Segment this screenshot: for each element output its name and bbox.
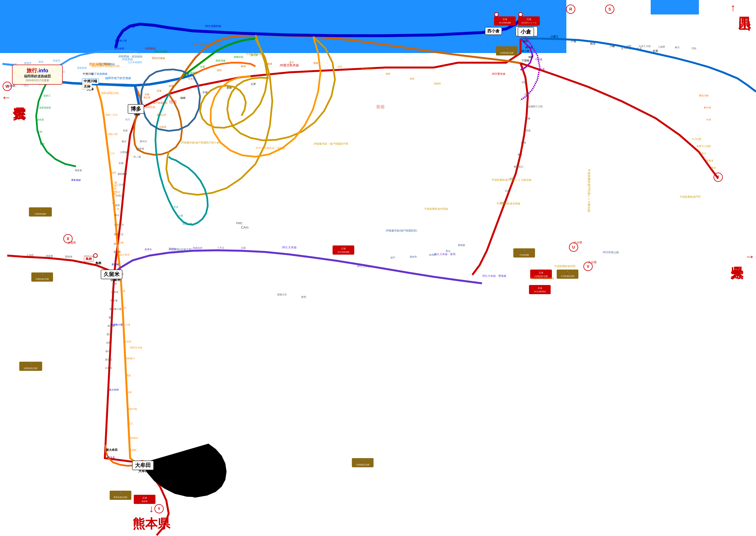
- svg-text:九郎原: 九郎原: [159, 126, 166, 128]
- svg-text:佐賀県: 佐賀県: [68, 241, 76, 244]
- svg-text:広域: 広域: [341, 248, 346, 250]
- svg-text:筑前前原: 筑前前原: [77, 67, 87, 69]
- svg-text:加布里: 加布里: [37, 118, 44, 121]
- svg-text:平成筑豊鉄道伊田線: 平成筑豊鉄道伊田線: [424, 207, 448, 210]
- svg-text:竹下: 竹下: [125, 118, 130, 121]
- jr-line-area-label: 西鉄福岡[天神]: [89, 62, 110, 67]
- svg-text:荒木: 荒木: [112, 282, 117, 285]
- svg-text:笹原: 笹原: [123, 129, 128, 132]
- railway-map: R S T U V W X Y Z JR鹿児島本線 西鉄天神大牟田線 福岡市地下…: [0, 0, 756, 536]
- svg-text:西鉄久留米: 西鉄久留米: [118, 253, 130, 256]
- svg-text:地下鉄箱崎線: 地下鉄箱崎線: [91, 72, 108, 75]
- svg-text:JR筑肥線・姪浜経由: JR筑肥線・姪浜経由: [118, 55, 142, 58]
- svg-text:博多南: 博多南: [75, 169, 82, 172]
- svg-text:折尾: 折尾: [653, 50, 658, 52]
- svg-text:新大牟田: 新大牟田: [109, 388, 119, 391]
- svg-text:福岡市地下鉄空港線: 福岡市地下鉄空港線: [105, 77, 131, 80]
- svg-text:塩塚: 塩塚: [127, 391, 132, 393]
- svg-text:新栄町: 新栄町: [129, 449, 137, 452]
- svg-text:JR筑肥線(吉塚方面): JR筑肥線(吉塚方面): [169, 248, 192, 251]
- svg-text:新大牟田: 新大牟田: [106, 448, 118, 452]
- svg-text:由布院: 由布院: [429, 253, 436, 256]
- svg-text:香春: 香春: [410, 78, 415, 80]
- svg-text:平成筑豊鉄道門司港レトロ観光線: 平成筑豊鉄道門司港レトロ観光線: [491, 179, 531, 181]
- svg-text:JR久大本線: JR久大本線: [357, 265, 370, 268]
- svg-text:西鉄銀水: 西鉄銀水: [129, 437, 138, 439]
- svg-text:小波瀬西工大前: 小波瀬西工大前: [526, 105, 543, 108]
- svg-text:🚂: 🚂: [506, 48, 509, 51]
- svg-text:🚂: 🚂: [566, 271, 569, 274]
- svg-text:広域: 広域: [142, 497, 147, 499]
- svg-text:九大学研都市: 九大学研都市: [128, 61, 142, 64]
- svg-text:行橋: 行橋: [525, 117, 530, 120]
- svg-text:築城: 築城: [521, 141, 526, 144]
- svg-text:🚂: 🚂: [523, 250, 526, 253]
- svg-text:吉野: 吉野: [106, 341, 111, 344]
- svg-text:東唐津: 東唐津: [24, 62, 31, 64]
- svg-text:広域: 広域: [538, 287, 542, 289]
- svg-text:JR鹿児島本線: JR鹿児島本線: [280, 63, 299, 67]
- svg-text:PMC: PMC: [236, 221, 243, 225]
- svg-text:熊本鉄道記念館: 熊本鉄道記念館: [114, 496, 127, 498]
- svg-text:新栄町: 新栄町: [105, 358, 112, 361]
- svg-text:箱崎: 箱崎: [180, 96, 186, 99]
- svg-text:平成筑豊鉄道門司港レトロ観光線: 平成筑豊鉄道門司港レトロ観光線: [587, 169, 591, 212]
- svg-text:新豊津: 新豊津: [706, 159, 713, 162]
- svg-text:豊津: 豊津: [711, 167, 716, 169]
- svg-text:🚂: 🚂: [29, 363, 32, 366]
- svg-text:JR久大本線・豊後森: JR久大本線・豊後森: [482, 274, 506, 277]
- svg-text:JR篠栗線(福北ゆたか線): JR篠栗線(福北ゆたか線): [193, 43, 222, 46]
- svg-text:熊本県: 熊本県: [142, 500, 147, 502]
- svg-text:広域: 広域: [503, 18, 507, 20]
- svg-rect-215: [110, 491, 131, 500]
- svg-text:那珂川: 那珂川: [140, 140, 147, 143]
- svg-text:博多: 博多: [169, 100, 177, 105]
- svg-text:下曽根: 下曽根: [521, 59, 529, 62]
- svg-text:渡瀬: 渡瀬: [107, 333, 111, 336]
- nishi-kokura-station-box: 西小倉: [485, 27, 502, 35]
- svg-rect-209: [29, 207, 52, 217]
- svg-rect-188: [352, 458, 373, 467]
- svg-text:城野: 城野: [528, 55, 534, 58]
- svg-text:春日: 春日: [675, 46, 679, 49]
- svg-text:犀川: 犀川: [701, 152, 706, 155]
- svg-point-12: [93, 254, 97, 257]
- svg-text:新玉名: 新玉名: [108, 456, 115, 458]
- svg-text:筑後船小屋: 筑後船小屋: [110, 308, 121, 310]
- svg-text:城野: 城野: [522, 40, 528, 43]
- svg-rect-206: [19, 362, 42, 371]
- svg-text:平成筑豊鉄道門司: 平成筑豊鉄道門司: [679, 195, 701, 198]
- omuta-station-box: 大牟田: [132, 460, 154, 470]
- svg-text:JR九州新幹線: JR九州新幹線: [205, 25, 221, 27]
- saga-prefecture-label: ← 佐賀県: [1, 92, 26, 103]
- svg-text:博多: 博多: [130, 25, 135, 28]
- svg-text:東比恵: 東比恵: [143, 96, 151, 99]
- svg-text:西鉄新宮: 西鉄新宮: [188, 71, 198, 74]
- svg-text:三萩野: 三萩野: [658, 46, 665, 48]
- site-name: 旅行.info: [16, 67, 59, 74]
- svg-text:X: X: [67, 237, 69, 241]
- svg-text:筑後吉井: 筑後吉井: [193, 247, 203, 249]
- svg-text:小郡: 小郡: [178, 214, 183, 217]
- svg-text:平成筑豊鉄道: 平成筑豊鉄道: [246, 52, 262, 55]
- svg-text:豊前川崎: 豊前川崎: [699, 94, 709, 97]
- svg-text:直方: 直方: [289, 61, 294, 64]
- svg-rect-224: [332, 246, 354, 254]
- svg-text:筑前山手: 筑前山手: [157, 114, 166, 116]
- svg-rect-218: [494, 17, 516, 25]
- svg-text:JR日田彦山線: JR日田彦山線: [603, 251, 619, 254]
- svg-text:🚂: 🚂: [41, 274, 44, 277]
- svg-text:田川後藤寺: 田川後藤寺: [362, 68, 373, 70]
- svg-text:久留米鉄道館: 久留米鉄道館: [34, 213, 46, 215]
- svg-text:古賀: 古賀: [200, 65, 205, 68]
- svg-text:三沢: 三沢: [110, 152, 115, 155]
- svg-text:新鳥栖: 新鳥栖: [113, 251, 121, 253]
- svg-text:市ノ瀬: 市ノ瀬: [134, 155, 141, 158]
- svg-text:矢加部: 矢加部: [124, 340, 131, 343]
- svg-text:筑後大石: 筑後大石: [277, 293, 287, 296]
- svg-text:JR日豊本線: JR日豊本線: [491, 72, 505, 75]
- svg-text:瀬高: 瀬高: [109, 316, 113, 319]
- svg-text:平成筑豊鉄道糸田線: 平成筑豊鉄道糸田線: [496, 202, 520, 205]
- svg-text:篠栗: 篠栗: [169, 84, 173, 87]
- svg-text:平成筑豊鉄道田川線: 平成筑豊鉄道田川線: [530, 277, 554, 280]
